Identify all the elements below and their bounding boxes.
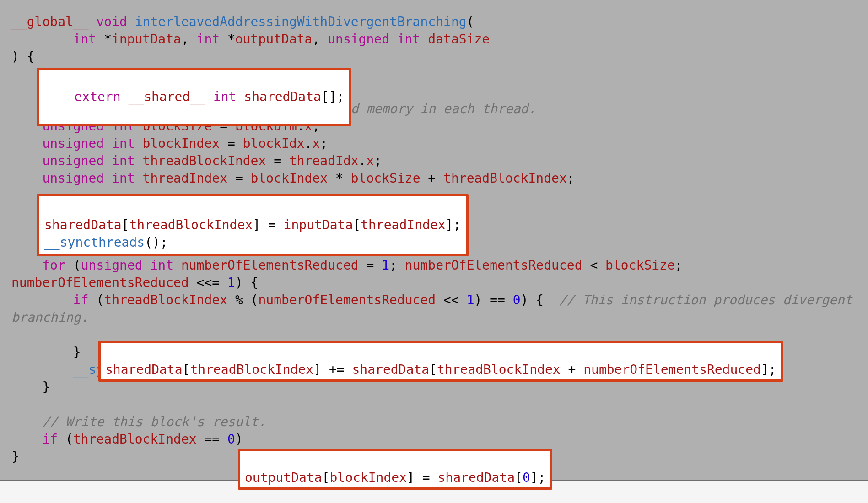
open-brace: ) { bbox=[11, 49, 35, 64]
line-threadindex: unsigned int threadIndex = blockIndex * … bbox=[11, 171, 575, 186]
line-threadblockindex: unsigned int threadBlockIndex = threadId… bbox=[11, 153, 382, 168]
global-keyword: __global__ bbox=[11, 14, 89, 29]
params: int *inputData, int *outputData, unsigne… bbox=[11, 32, 490, 47]
highlight-load-sync: sharedData[threadBlockIndex] = inputData… bbox=[37, 194, 469, 256]
close-function: } bbox=[11, 449, 19, 464]
highlight-output-write: outputData[blockIndex] = sharedData[0]; bbox=[238, 449, 552, 490]
close-if: } bbox=[11, 345, 81, 360]
stage: __global__ void interleavedAddressingWit… bbox=[0, 0, 868, 503]
final-if: if (threadBlockIndex == 0) bbox=[11, 432, 251, 447]
line-blockindex: unsigned int blockIndex = blockIdx.x; bbox=[11, 136, 328, 151]
highlight-reduction-step: sharedData[threadBlockIndex] += sharedDa… bbox=[98, 341, 783, 382]
highlight2-placeholder bbox=[11, 188, 19, 203]
if-line: if (threadBlockIndex % (numberOfElements… bbox=[11, 292, 860, 325]
void-keyword: void bbox=[96, 14, 127, 29]
divider-line bbox=[0, 447, 868, 448]
function-name: interleavedAddressingWithDivergentBranch… bbox=[135, 14, 467, 29]
close-for: } bbox=[11, 379, 50, 395]
highlight3-placeholder bbox=[11, 327, 19, 342]
highlight-shared-decl: extern __shared__ int sharedData[]; bbox=[37, 68, 351, 126]
for-line: for (unsigned int numberOfElementsReduce… bbox=[11, 258, 690, 290]
comment-write: // Write this block's result. bbox=[11, 414, 266, 429]
